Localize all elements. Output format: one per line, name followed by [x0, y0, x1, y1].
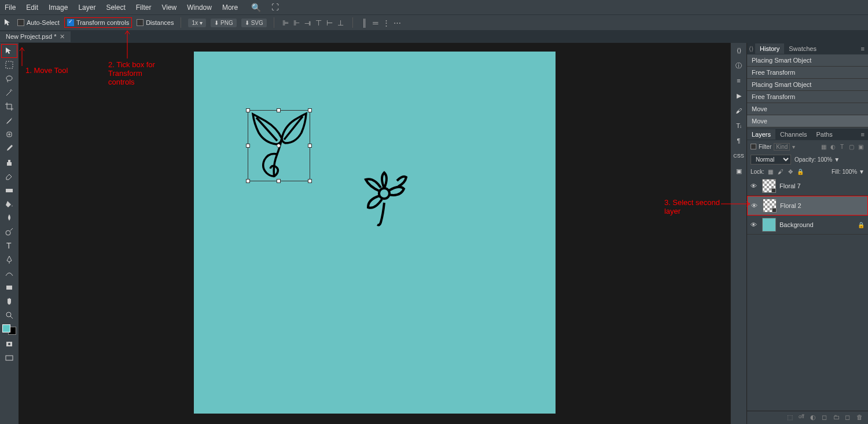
swatches-tab[interactable]: Swatches — [784, 43, 821, 54]
brush-tool[interactable] — [1, 141, 17, 155]
move-tool[interactable] — [1, 44, 17, 58]
paragraph-icon[interactable]: ¶ — [731, 133, 746, 148]
lock-paint-icon[interactable]: 🖌 — [777, 167, 785, 176]
clone-tool[interactable] — [1, 155, 17, 169]
link-layers-icon[interactable]: ⬚ — [787, 414, 795, 422]
transform-controls-checkbox-group[interactable]: Transform controls — [64, 17, 132, 28]
align-bottom-icon[interactable]: ⊥ — [336, 18, 345, 27]
dropdown-caret-icon[interactable]: ▼ — [834, 156, 840, 163]
lock-all-icon[interactable]: 🔒 — [796, 167, 804, 176]
css-icon[interactable]: CSS — [731, 148, 746, 163]
fill-group[interactable]: Fill: 100% ▼ — [832, 169, 865, 175]
bucket-tool[interactable] — [1, 197, 17, 211]
filter-checkbox[interactable] — [751, 144, 756, 149]
info-icon[interactable]: ⓘ — [731, 58, 746, 73]
auto-select-checkbox-group[interactable]: Auto-Select — [17, 19, 60, 26]
history-item[interactable]: Free Transform — [747, 67, 868, 79]
layer-row-background[interactable]: 👁 Background 🔒 — [747, 215, 868, 235]
history-tab[interactable]: History — [755, 43, 784, 54]
channels-tab[interactable]: Channels — [775, 129, 811, 140]
thumbnail-icon[interactable]: ▣ — [731, 163, 746, 178]
blur-tool[interactable] — [1, 211, 17, 225]
panel-menu-icon[interactable]: ≡ — [858, 45, 868, 52]
character-icon[interactable]: Tᵢ — [731, 118, 746, 133]
layer-thumb[interactable] — [762, 218, 776, 232]
healing-tool[interactable] — [1, 127, 17, 141]
magic-wand-tool[interactable] — [1, 86, 17, 100]
handle-top-mid[interactable] — [277, 108, 281, 112]
layer-thumb[interactable] — [762, 179, 776, 193]
paths-tab[interactable]: Paths — [812, 129, 837, 140]
gradient-tool[interactable] — [1, 183, 17, 197]
panel-menu-icon[interactable]: ≡ — [858, 131, 868, 138]
menu-view[interactable]: View — [161, 3, 176, 12]
distribute-v-icon[interactable]: ═ — [371, 18, 380, 27]
filter-kind-dropdown[interactable]: Kind — [774, 143, 790, 151]
align-right-icon[interactable]: ⫣ — [303, 18, 312, 27]
canvas-area[interactable]: 1. Move Tool 2. Tick box for Transform c… — [19, 43, 730, 424]
blend-mode-select[interactable]: Normal — [751, 155, 791, 165]
distances-checkbox[interactable] — [137, 19, 144, 26]
visibility-eye-icon[interactable]: 👁 — [751, 182, 759, 189]
foreground-swatch[interactable] — [2, 324, 10, 332]
fx-icon[interactable]: ◐ — [810, 414, 818, 422]
menu-filter[interactable]: Filter — [136, 3, 152, 12]
document-tab[interactable]: New Project.psd * ✕ — [0, 31, 71, 42]
brush-panel-icon[interactable]: 🖌 — [731, 103, 746, 118]
collapse-icon[interactable]: ⟨⟩ — [731, 43, 746, 58]
export-svg-button[interactable]: ⬇SVG — [241, 19, 267, 27]
handle-top-left[interactable] — [246, 108, 250, 112]
layer-row-floral2[interactable]: 👁 Floral 2 — [747, 196, 868, 215]
menu-select[interactable]: Select — [106, 3, 125, 12]
lock-transparency-icon[interactable]: ▦ — [767, 167, 775, 176]
canvas[interactable] — [194, 52, 556, 414]
link-icon[interactable]: off — [799, 414, 807, 422]
menu-edit[interactable]: Edit — [26, 3, 38, 12]
transform-selection-box[interactable] — [248, 110, 310, 181]
menu-image[interactable]: Image — [49, 3, 68, 12]
visibility-eye-icon[interactable]: 👁 — [751, 221, 759, 228]
handle-mid-right[interactable] — [308, 144, 312, 148]
shape-tool[interactable] — [1, 280, 17, 294]
zoom-dropdown[interactable]: 1x▾ — [188, 19, 206, 27]
list-icon[interactable]: ≡ — [731, 73, 746, 88]
mask-icon[interactable]: ◻ — [822, 414, 830, 422]
lock-position-icon[interactable]: ✥ — [786, 167, 795, 176]
align-top-icon[interactable]: ⊤ — [314, 18, 323, 27]
handle-mid-left[interactable] — [246, 144, 250, 148]
type-tool[interactable]: T — [1, 239, 17, 253]
path-tool[interactable] — [1, 266, 17, 280]
fullscreen-icon[interactable]: ⛶ — [271, 3, 279, 12]
layer-row-floral7[interactable]: 👁 Floral 7 — [747, 177, 868, 196]
screen-mode-tool[interactable] — [1, 351, 17, 365]
filter-pixel-icon[interactable]: ▦ — [819, 142, 827, 151]
layer-thumb[interactable] — [763, 199, 777, 213]
search-icon[interactable]: 🔍 — [251, 3, 261, 12]
handle-bot-mid[interactable] — [277, 179, 281, 183]
handle-center[interactable] — [277, 144, 281, 148]
handle-top-right[interactable] — [308, 108, 312, 112]
distribute-spacing-icon[interactable]: ⋮ — [382, 18, 391, 27]
history-item[interactable]: Placing Smart Object — [747, 54, 868, 67]
auto-select-checkbox[interactable] — [17, 19, 24, 26]
transform-controls-checkbox[interactable] — [67, 19, 74, 26]
history-item[interactable]: Placing Smart Object — [747, 79, 868, 91]
hand-tool[interactable] — [1, 294, 17, 308]
align-middle-icon[interactable]: ⊢ — [325, 18, 334, 27]
filter-type-icon[interactable]: T — [838, 142, 846, 151]
menu-window[interactable]: Window — [187, 3, 212, 12]
history-item[interactable]: Move — [747, 115, 868, 127]
handle-bot-right[interactable] — [308, 179, 312, 183]
color-swatches[interactable] — [2, 324, 16, 335]
trash-icon[interactable]: 🗑 — [856, 414, 865, 422]
folder-icon[interactable]: 🗀 — [833, 414, 841, 422]
distribute-more-icon[interactable]: ⋯ — [393, 18, 402, 27]
handle-bot-left[interactable] — [246, 179, 250, 183]
visibility-eye-icon[interactable]: 👁 — [751, 202, 759, 209]
close-tab-icon[interactable]: ✕ — [60, 33, 65, 41]
lasso-tool[interactable] — [1, 72, 17, 86]
pen-tool[interactable] — [1, 253, 17, 266]
eyedropper-tool[interactable] — [1, 114, 17, 127]
menu-file[interactable]: File — [5, 3, 16, 12]
history-item[interactable]: Free Transform — [747, 91, 868, 103]
